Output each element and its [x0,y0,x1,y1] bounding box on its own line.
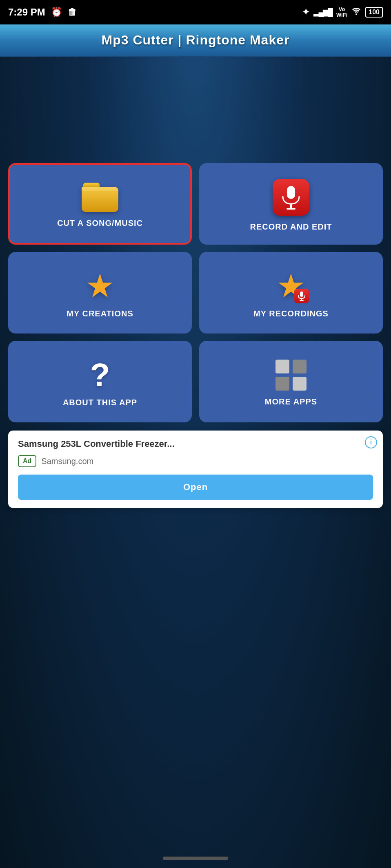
signal-icon: ▂▄▆█ [313,8,332,17]
record-edit-label: RECORD AND EDIT [250,222,332,232]
cut-song-label: CUT A SONG/MUSIC [57,219,143,228]
ad-container: i Samsung 253L Convertible Freezer... Ad… [8,431,383,508]
record-edit-button[interactable]: RECORD AND EDIT [199,163,383,245]
ad-title: Samsung 253L Convertible Freezer... [18,439,373,449]
alarm-icon: ⏰ [51,7,62,18]
ad-badge: Ad [18,455,36,467]
apps-cell-4 [293,377,307,391]
status-bar: 7:29 PM ⏰ 🗑 ✦ ▂▄▆█ VoWiFi 100 [0,0,391,24]
my-creations-label: MY CREATIONS [67,309,133,318]
my-creations-button[interactable]: ★ MY CREATIONS [8,252,192,334]
folder-body [82,187,118,212]
svg-rect-0 [287,186,295,199]
apps-cell-3 [275,377,289,391]
question-icon: ? [90,359,110,391]
wifi-icon [351,8,361,17]
cut-song-button[interactable]: CUT A SONG/MUSIC [8,163,192,245]
bluetooth-icon: ✦ [302,7,309,18]
ad-source-row: Ad Samsung.com [18,455,373,467]
svg-rect-3 [300,292,303,297]
star-mic-icon: ★ [276,270,306,303]
ad-info-icon[interactable]: i [365,436,377,448]
status-right: ✦ ▂▄▆█ VoWiFi 100 [302,7,383,18]
apps-cell-1 [275,360,289,373]
more-apps-icon [275,360,307,391]
mic-icon [273,179,309,216]
status-left: 7:29 PM ⏰ 🗑 [8,7,77,18]
status-time: 7:29 PM [8,7,45,18]
folder-icon [82,183,118,212]
apps-cell-2 [293,360,307,373]
more-apps-label: MORE APPS [265,397,317,406]
svg-rect-2 [287,208,295,210]
star-mic-overlay [294,289,309,303]
about-app-button[interactable]: ? ABOUT THIS APP [8,341,192,422]
app-title: Mp3 Cutter | Ringtone Maker [102,33,290,48]
header-bar: Mp3 Cutter | Ringtone Maker [0,24,391,57]
ad-open-button[interactable]: Open [18,475,373,500]
main-content: CUT A SONG/MUSIC RECORD AND EDIT ★ MY CR… [0,57,391,508]
ad-source-text: Samsung.com [41,457,93,466]
home-indicator [163,857,228,860]
more-apps-button[interactable]: MORE APPS [199,341,383,422]
vowifi-text: VoWiFi [336,7,347,18]
my-recordings-label: MY RECORDINGS [253,309,329,318]
star-icon: ★ [85,270,115,303]
battery-indicator: 100 [365,7,383,18]
my-recordings-button[interactable]: ★ MY RECORDINGS [199,252,383,334]
about-app-label: ABOUT THIS APP [63,398,137,407]
main-grid: CUT A SONG/MUSIC RECORD AND EDIT ★ MY CR… [8,163,383,422]
svg-rect-5 [300,300,304,301]
svg-rect-4 [301,298,302,300]
svg-rect-1 [290,204,292,208]
trash-icon: 🗑 [68,7,77,18]
mic-svg [281,185,301,210]
